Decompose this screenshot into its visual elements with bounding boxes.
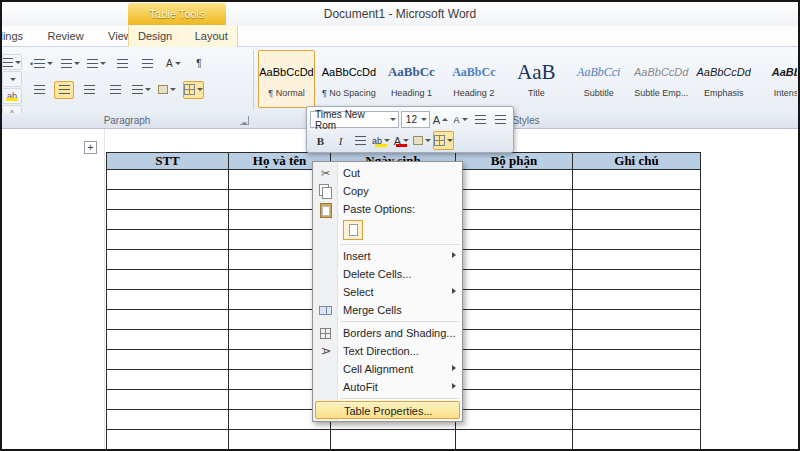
table-header-bo-phan[interactable]: Bộ phận xyxy=(456,153,573,170)
table-cell[interactable] xyxy=(107,270,229,290)
menu-item-autofit[interactable]: AutoFit xyxy=(313,378,462,396)
center-button[interactable] xyxy=(351,131,370,150)
shading-button[interactable] xyxy=(412,131,432,150)
table-cell[interactable] xyxy=(456,310,573,330)
table-cell[interactable] xyxy=(456,350,573,370)
table-cell[interactable] xyxy=(107,210,229,230)
table-cell[interactable] xyxy=(456,190,573,210)
table-cell[interactable] xyxy=(331,430,456,450)
style-subtitle[interactable]: AaBbCci Subtitle xyxy=(570,50,627,108)
table-cell[interactable] xyxy=(573,310,701,330)
table-cell[interactable] xyxy=(107,410,229,430)
decrease-indent-button[interactable] xyxy=(471,110,490,129)
table-cell[interactable] xyxy=(456,390,573,410)
tab-review[interactable]: Review xyxy=(38,26,94,47)
table-cell[interactable] xyxy=(107,190,229,210)
table-cell[interactable] xyxy=(456,330,573,350)
table-cell[interactable] xyxy=(107,290,229,310)
increase-indent-button[interactable] xyxy=(491,110,510,129)
multilevel-list-button[interactable] xyxy=(86,55,107,73)
table-cell[interactable] xyxy=(573,410,701,430)
menu-item-insert[interactable]: Insert xyxy=(313,247,462,265)
menu-item-delete-cells[interactable]: Delete Cells... xyxy=(313,265,462,283)
text-highlight-button[interactable]: ab xyxy=(2,88,22,104)
font-effects-button[interactable] xyxy=(2,54,22,70)
italic-button[interactable]: I xyxy=(331,131,350,150)
table-cell[interactable] xyxy=(573,290,701,310)
menu-item-cell-alignment[interactable]: Cell Alignment xyxy=(313,360,462,378)
table-cell[interactable] xyxy=(456,290,573,310)
table-cell[interactable] xyxy=(573,270,701,290)
menu-item-cut[interactable]: ✂ Cut xyxy=(313,164,462,182)
table-cell[interactable] xyxy=(107,370,229,390)
table-cell[interactable] xyxy=(456,430,573,450)
style-no-spacing[interactable]: AaBbCcDd ¶ No Spacing xyxy=(320,50,377,108)
table-cell[interactable] xyxy=(456,370,573,390)
bold-button[interactable]: B xyxy=(311,131,330,150)
menu-item-text-direction[interactable]: A Text Direction... xyxy=(313,342,462,360)
table-cell[interactable] xyxy=(456,410,573,430)
decrease-indent-button[interactable] xyxy=(113,55,133,73)
paste-preview-icon[interactable] xyxy=(343,220,363,240)
table-cell[interactable] xyxy=(456,230,573,250)
show-paragraph-marks-button[interactable]: ¶ xyxy=(189,55,209,73)
font-color-button[interactable]: A xyxy=(392,131,411,150)
sort-button[interactable]: A xyxy=(163,55,183,73)
menu-item-copy[interactable]: Copy xyxy=(313,182,462,200)
borders-button[interactable] xyxy=(183,81,204,99)
table-cell[interactable] xyxy=(229,430,331,450)
table-cell[interactable] xyxy=(107,430,229,450)
table-tools-contextual-tab[interactable]: Table Tools xyxy=(128,3,226,25)
table-cell[interactable] xyxy=(456,270,573,290)
table-row[interactable] xyxy=(107,430,701,450)
paragraph-dialog-launcher-icon[interactable] xyxy=(240,116,249,125)
shrink-font-button[interactable]: A xyxy=(451,110,470,129)
justify-button[interactable] xyxy=(105,81,125,99)
tab-design[interactable]: Design xyxy=(129,26,181,47)
menu-item-borders-and-shading[interactable]: Borders and Shading... xyxy=(313,324,462,342)
font-name-select[interactable]: Times New Rom xyxy=(310,111,399,128)
table-cell[interactable] xyxy=(107,350,229,370)
table-cell[interactable] xyxy=(573,390,701,410)
style-emphasis[interactable]: AaBbCcDd Emphasis xyxy=(695,50,752,108)
menu-item-table-properties[interactable]: Table Properties... xyxy=(315,401,460,419)
line-spacing-button[interactable] xyxy=(131,81,152,99)
menu-item-merge-cells[interactable]: Merge Cells xyxy=(313,301,462,319)
table-cell[interactable] xyxy=(107,250,229,270)
paste-option-button[interactable] xyxy=(313,218,462,242)
table-cell[interactable] xyxy=(456,250,573,270)
font-size-select[interactable]: 12 xyxy=(401,111,430,128)
table-cell[interactable] xyxy=(573,210,701,230)
clear-format-button[interactable] xyxy=(2,71,22,87)
tab-mailings[interactable]: ilings xyxy=(0,26,33,47)
table-move-handle[interactable]: + xyxy=(84,141,97,154)
style-intense[interactable]: AaBb Intens xyxy=(758,50,797,108)
table-cell[interactable] xyxy=(573,190,701,210)
table-cell[interactable] xyxy=(456,170,573,190)
menu-item-select[interactable]: Select xyxy=(313,283,462,301)
table-cell[interactable] xyxy=(573,350,701,370)
style-title[interactable]: AaB Title xyxy=(508,50,565,108)
bullets-button[interactable]: • xyxy=(29,55,54,73)
grow-font-button[interactable]: A xyxy=(431,110,450,129)
tab-layout[interactable]: Layout xyxy=(186,26,237,47)
table-cell[interactable] xyxy=(573,250,701,270)
align-center-button[interactable] xyxy=(54,81,74,99)
table-cell[interactable] xyxy=(573,370,701,390)
table-header-ghi-chu[interactable]: Ghi chú xyxy=(573,153,701,170)
table-cell[interactable] xyxy=(107,390,229,410)
align-left-button[interactable] xyxy=(29,81,49,99)
table-cell[interactable] xyxy=(573,170,701,190)
shading-button[interactable] xyxy=(157,81,177,99)
style-subtle-emphasis[interactable]: AaBbCcDd Subtle Emp... xyxy=(633,50,690,108)
increase-indent-button[interactable] xyxy=(138,55,158,73)
table-cell[interactable] xyxy=(456,210,573,230)
style-heading-1[interactable]: AaBbCc Heading 1 xyxy=(383,50,440,108)
table-cell[interactable] xyxy=(573,230,701,250)
table-cell[interactable] xyxy=(107,170,229,190)
style-normal[interactable]: AaBbCcDd ¶ Normal xyxy=(258,50,315,108)
table-cell[interactable] xyxy=(573,430,701,450)
table-cell[interactable] xyxy=(107,230,229,250)
style-heading-2[interactable]: AaBbCc Heading 2 xyxy=(445,50,502,108)
align-right-button[interactable] xyxy=(80,81,100,99)
